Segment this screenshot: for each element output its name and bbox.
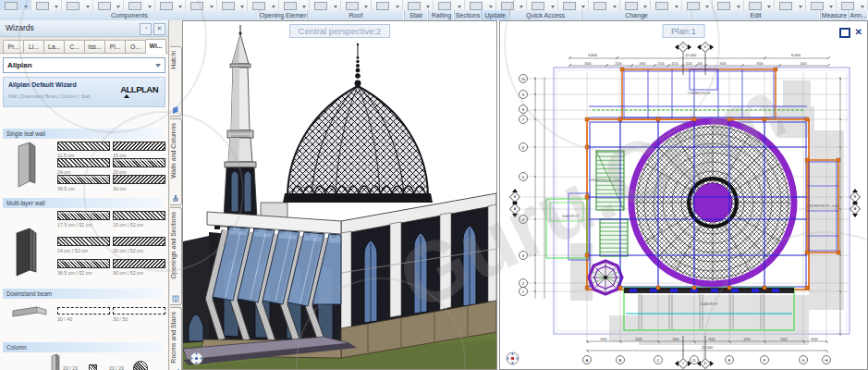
toolbar-icon-button[interactable] [589, 0, 620, 10]
single-wall-3d-icon [11, 141, 48, 189]
viewport-plan[interactable]: 3.800 12.000 6.000 21.000 30002000 18501… [499, 20, 868, 370]
toolbar-icon-button[interactable] [744, 0, 776, 10]
toolbar-icon-button[interactable] [651, 0, 682, 10]
ribbon-group-opening-elements[interactable]: Opening Elements [260, 10, 308, 20]
room-label: CONCRETE ROOF [688, 92, 711, 95]
wall-sample[interactable] [113, 237, 165, 246]
wizard-group-dropdown[interactable]: Allplan [3, 57, 165, 73]
toolbar-icon-button[interactable] [465, 0, 496, 10]
toolbar-icon-button[interactable] [31, 0, 63, 10]
toolbar-icon-button[interactable] [775, 0, 806, 10]
allplan-logo: ALLPLAN [120, 84, 158, 94]
multi-wall-3d-icon [9, 226, 50, 278]
toolbar-icon-button[interactable] [155, 0, 187, 10]
wall-sample[interactable] [57, 175, 110, 184]
toolbar-icon-button[interactable] [186, 0, 217, 10]
tab-library[interactable]: Li... [23, 40, 44, 53]
wall-sample[interactable] [57, 142, 110, 151]
toolbar-icon-button[interactable] [558, 0, 590, 10]
toolbar-icon-button[interactable] [372, 0, 403, 10]
toolbar-icon-button[interactable] [837, 0, 868, 10]
toolbar-icon-button[interactable] [0, 0, 31, 10]
svg-text:A: A [586, 358, 589, 363]
tab-layers[interactable]: La... [43, 40, 65, 53]
viewport-title-plan[interactable]: Plan:1 [662, 24, 705, 38]
wall-sample[interactable] [57, 211, 110, 220]
toolbar-icon-button[interactable] [93, 0, 125, 10]
wizard-card[interactable]: Allplan Default Wizard Wall | Downstand … [3, 77, 165, 107]
wizards-panel: Wizards ◔ ✕ Pr... Li... La... C... Iss..… [0, 20, 169, 370]
auto-hide-pin-icon[interactable]: ◔ [140, 23, 152, 35]
wall-sample[interactable] [113, 211, 165, 220]
ribbon-group-components[interactable]: Components [0, 10, 260, 20]
tab-issues[interactable]: Iss... [84, 40, 105, 53]
sample-label: 24 cm | 52 cm [57, 248, 110, 253]
ribbon-group-annotate[interactable]: Ann... [849, 10, 868, 20]
wall-sample[interactable] [113, 142, 165, 151]
dock-tab-hatching[interactable]: Hatchi [170, 46, 182, 117]
section-column: Column [3, 342, 164, 352]
navigation-compass-icon[interactable] [506, 352, 520, 365]
svg-text:C: C [656, 358, 659, 363]
maximize-icon[interactable] [839, 28, 850, 38]
beam-sample[interactable] [113, 307, 165, 314]
tab-wizards[interactable]: Wi... [145, 39, 166, 54]
ribbon-group-quick-access[interactable]: Quick Access [510, 10, 582, 20]
openings-and-sections-icon [172, 295, 179, 302]
wall-sample[interactable] [57, 237, 110, 246]
ribbon-group-sections[interactable]: Sections [455, 10, 482, 20]
wall-sample[interactable] [113, 175, 165, 184]
square-column-sample[interactable] [89, 364, 97, 370]
wall-sample[interactable] [113, 158, 165, 167]
toolbar-icon-button[interactable] [434, 0, 465, 10]
close-icon[interactable]: ✕ [855, 28, 862, 38]
toolbar-icon-button[interactable] [713, 0, 744, 10]
toolbar-icon-button[interactable] [527, 0, 558, 10]
ribbon-group-stair[interactable]: Stair [405, 10, 429, 20]
tab-objects[interactable]: O... [125, 40, 146, 53]
viewport-title-perspective[interactable]: Central perspective:2 [289, 24, 391, 38]
svg-text:G: G [801, 358, 804, 363]
dock-tab-walls-and-columns[interactable]: Walls and Columns [170, 118, 182, 205]
ribbon-group-update[interactable]: Update [482, 10, 510, 20]
toolbar-icon-button[interactable] [248, 0, 279, 10]
toolbar-icon-button[interactable] [806, 0, 837, 10]
beam-sample[interactable] [57, 307, 110, 314]
toolbar-icon-button[interactable] [620, 0, 652, 10]
toolbar-icon-button[interactable] [217, 0, 249, 10]
dock-tab-strip: Hatchi Walls and Columns Openings and Se… [169, 20, 183, 370]
toolbar-icon-button[interactable] [496, 0, 528, 10]
toolbar-icon-button[interactable] [341, 0, 373, 10]
svg-text:3000: 3000 [719, 62, 727, 66]
tab-properties[interactable]: Pr... [3, 40, 24, 53]
wall-sample[interactable] [113, 259, 165, 268]
toolbar-icon-button[interactable] [310, 0, 341, 10]
sample-label: 20 cm | 52 cm [113, 248, 165, 253]
ribbon-group-change[interactable]: Change [582, 10, 692, 20]
ribbon-group-railing[interactable]: Railing [429, 10, 456, 20]
toolbar-icon-button[interactable] [403, 0, 434, 10]
navigation-compass-icon[interactable] [189, 352, 203, 365]
toolbar-icon-button[interactable] [279, 0, 311, 10]
svg-text:3000: 3000 [584, 62, 592, 66]
ribbon-group-measure[interactable]: Measure [821, 10, 850, 20]
toolbar-icon-button[interactable] [62, 0, 93, 10]
toolbar-icon-button[interactable] [682, 0, 714, 10]
dock-tab-rooms-and-stairs[interactable]: Rooms and Stairs [170, 307, 182, 370]
column-3d-icon [48, 353, 63, 370]
tab-connect[interactable]: C... [64, 40, 85, 53]
ribbon-group-edit[interactable]: Edit [691, 10, 820, 20]
dock-tab-openings-and-sections[interactable]: Openings and Sections [170, 207, 182, 305]
sample-label: 30 cm [113, 186, 165, 191]
ribbon-group-roof[interactable]: Roof [308, 10, 405, 20]
dropdown-value: Allplan [7, 61, 32, 69]
sample-label: 15 cm | 52 cm [113, 222, 165, 228]
close-icon[interactable]: ✕ [153, 23, 165, 35]
wall-sample[interactable] [57, 259, 110, 268]
wall-sample[interactable] [57, 158, 110, 167]
svg-text:2000: 2000 [615, 62, 622, 66]
round-column-sample[interactable] [133, 361, 148, 370]
toolbar-icon-button[interactable] [124, 0, 155, 10]
tab-plugins[interactable]: Pl... [104, 40, 126, 53]
viewport-perspective[interactable]: Central perspective:2 [182, 20, 497, 370]
